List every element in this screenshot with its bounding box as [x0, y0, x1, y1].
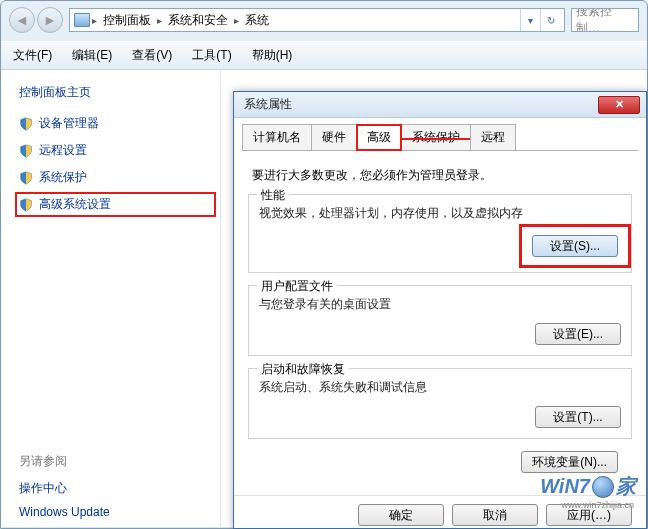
group-desc: 与您登录有关的桌面设置 [259, 296, 621, 313]
dialog-titlebar[interactable]: 系统属性 ✕ [234, 92, 646, 118]
address-bar[interactable]: ▸ 控制面板 ▸ 系统和安全 ▸ 系统 ▾ ↻ [69, 8, 565, 32]
cancel-button[interactable]: 取消 [452, 504, 538, 526]
chevron-right-icon[interactable]: ▸ [234, 15, 239, 26]
ok-button[interactable]: 确定 [358, 504, 444, 526]
menu-tools[interactable]: 工具(T) [188, 45, 235, 66]
group-user-profiles: 用户配置文件 与您登录有关的桌面设置 设置(E)... [248, 285, 632, 356]
tab-remote[interactable]: 远程 [470, 124, 516, 151]
refresh-button[interactable]: ↻ [540, 9, 560, 31]
group-desc: 系统启动、系统失败和调试信息 [259, 379, 621, 396]
sidebar-remote-settings[interactable]: 远程设置 [19, 142, 210, 159]
chevron-right-icon[interactable]: ▸ [157, 15, 162, 26]
explorer-nav-bar: ◄ ► ▸ 控制面板 ▸ 系统和安全 ▸ 系统 ▾ ↻ 搜索控制… [1, 1, 647, 41]
group-label: 启动和故障恢复 [257, 361, 349, 378]
crumb-control-panel[interactable]: 控制面板 [99, 10, 155, 31]
shield-icon [19, 198, 33, 212]
chevron-right-icon[interactable]: ▸ [92, 15, 97, 26]
environment-variables-button[interactable]: 环境变量(N)... [521, 451, 618, 473]
tab-computer-name[interactable]: 计算机名 [242, 124, 312, 151]
performance-settings-button[interactable]: 设置(S)... [532, 235, 618, 257]
menu-bar: 文件(F) 编辑(E) 查看(V) 工具(T) 帮助(H) [1, 41, 647, 70]
sidebar-item-label: 系统保护 [39, 169, 87, 186]
watermark-logo: WiN7 家 [540, 473, 636, 500]
tab-advanced[interactable]: 高级 [356, 124, 402, 151]
tab-strip: 计算机名 硬件 高级 系统保护 远程 [234, 118, 646, 151]
menu-file[interactable]: 文件(F) [9, 45, 56, 66]
see-also-heading: 另请参阅 [19, 453, 210, 470]
back-button[interactable]: ◄ [9, 7, 35, 33]
globe-icon [592, 476, 614, 498]
annotation-strike [402, 138, 472, 140]
close-icon: ✕ [615, 98, 624, 111]
search-input[interactable]: 搜索控制… [571, 8, 639, 32]
group-label: 性能 [257, 187, 289, 204]
annotation-highlight: 设置(S)... [519, 224, 631, 268]
see-also-action-center[interactable]: 操作中心 [19, 480, 210, 497]
see-also-windows-update[interactable]: Windows Update [19, 505, 210, 519]
close-button[interactable]: ✕ [598, 96, 640, 114]
sidebar-item-label: 设备管理器 [39, 115, 99, 132]
computer-icon [74, 13, 90, 27]
watermark-url: www.win7zhijia.cn [561, 500, 634, 510]
sidebar-device-manager[interactable]: 设备管理器 [19, 115, 210, 132]
group-desc: 视觉效果，处理器计划，内存使用，以及虚拟内存 [259, 205, 621, 222]
control-panel-home-link[interactable]: 控制面板主页 [19, 84, 210, 101]
left-panel: 控制面板主页 设备管理器 远程设置 系统保护 高级系统设置 [1, 70, 221, 527]
sidebar-system-protection[interactable]: 系统保护 [19, 169, 210, 186]
admin-note: 要进行大多数更改，您必须作为管理员登录。 [252, 167, 632, 184]
sidebar-item-label: 远程设置 [39, 142, 87, 159]
menu-view[interactable]: 查看(V) [128, 45, 176, 66]
crumb-system[interactable]: 系统 [241, 10, 273, 31]
shield-icon [19, 144, 33, 158]
dialog-title: 系统属性 [244, 96, 292, 113]
user-profiles-settings-button[interactable]: 设置(E)... [535, 323, 621, 345]
group-label: 用户配置文件 [257, 278, 337, 295]
tab-hardware[interactable]: 硬件 [311, 124, 357, 151]
address-dropdown[interactable]: ▾ [520, 9, 540, 31]
system-properties-dialog: 系统属性 ✕ 计算机名 硬件 高级 系统保护 远程 要进行大多数更改，您必须作为… [233, 91, 647, 529]
startup-settings-button[interactable]: 设置(T)... [535, 406, 621, 428]
shield-icon [19, 171, 33, 185]
sidebar-item-label: 高级系统设置 [39, 196, 111, 213]
breadcrumb: ▸ 控制面板 ▸ 系统和安全 ▸ 系统 [74, 10, 516, 31]
crumb-system-security[interactable]: 系统和安全 [164, 10, 232, 31]
group-startup-recovery: 启动和故障恢复 系统启动、系统失败和调试信息 设置(T)... [248, 368, 632, 439]
group-performance: 性能 视觉效果，处理器计划，内存使用，以及虚拟内存 设置(S)... [248, 194, 632, 273]
tab-system-protection[interactable]: 系统保护 [401, 124, 471, 151]
forward-button[interactable]: ► [37, 7, 63, 33]
shield-icon [19, 117, 33, 131]
menu-edit[interactable]: 编辑(E) [68, 45, 116, 66]
menu-help[interactable]: 帮助(H) [248, 45, 297, 66]
sidebar-advanced-system-settings[interactable]: 高级系统设置 [15, 192, 216, 217]
